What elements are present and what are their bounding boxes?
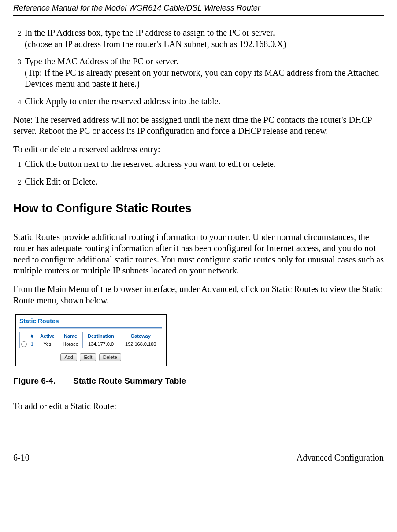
step-a-4: Click Apply to enter the reserved addres…	[25, 96, 384, 107]
header-num: #	[28, 332, 36, 340]
closing-line: To add or edit a Static Route:	[13, 401, 384, 412]
delete-button[interactable]: Delete	[99, 353, 121, 361]
header-gateway: Gateway	[119, 332, 162, 340]
panel-rule	[19, 327, 162, 329]
note-paragraph: Note: The reserved address will not be a…	[13, 115, 384, 137]
section-heading: How to Configure Static Routes	[13, 202, 384, 218]
row-num: 1	[28, 340, 36, 348]
static-routes-table: # Active Name Destination Gateway 1 Yes …	[19, 332, 162, 348]
row-gateway: 192.168.0.100	[119, 340, 162, 348]
figure-caption: Figure 6-4.Static Route Summary Table	[13, 376, 384, 386]
para-static-routes-2: From the Main Menu of the browser interf…	[13, 284, 384, 306]
static-routes-panel: Static Routes # Active Name Destination …	[15, 314, 167, 366]
para-static-routes-1: Static Routes provide additional routing…	[13, 232, 384, 277]
header-destination: Destination	[82, 332, 119, 340]
radio-icon[interactable]	[21, 341, 27, 347]
step-b-2: Click Edit or Delete.	[25, 176, 384, 188]
row-name: Horace	[59, 340, 82, 348]
panel-title: Static Routes	[19, 318, 162, 325]
figure-caption-number: Figure 6-4.	[13, 376, 56, 385]
step-a-3: Type the MAC Address of the PC or server…	[25, 56, 384, 90]
figure-caption-text: Static Route Summary Table	[73, 376, 186, 385]
row-radio-cell[interactable]	[20, 340, 28, 348]
table-row: 1 Yes Horace 134.177.0.0 192.168.0.100	[20, 340, 162, 348]
footer-section: Advanced Configuration	[297, 453, 384, 463]
header-select	[20, 332, 28, 340]
add-button[interactable]: Add	[60, 353, 77, 361]
row-active: Yes	[36, 340, 59, 348]
button-row: Add Edit Delete	[19, 353, 162, 361]
page-footer: 6-10 Advanced Configuration	[13, 450, 384, 463]
steps-list-a: In the IP Address box, type the IP addre…	[13, 27, 384, 107]
running-header: Reference Manual for the Model WGR614 Ca…	[13, 0, 384, 16]
row-destination: 134.177.0.0	[82, 340, 119, 348]
footer-page-number: 6-10	[13, 453, 30, 463]
header-name: Name	[59, 332, 82, 340]
table-header-row: # Active Name Destination Gateway	[20, 332, 162, 340]
edit-button[interactable]: Edit	[80, 353, 96, 361]
step-b-1: Click the button next to the reserved ad…	[25, 159, 384, 170]
step-a-2: In the IP Address box, type the IP addre…	[25, 27, 384, 50]
figure-static-routes: Static Routes # Active Name Destination …	[15, 314, 384, 366]
steps-list-b: Click the button next to the reserved ad…	[13, 159, 384, 187]
header-active: Active	[36, 332, 59, 340]
edit-intro: To edit or delete a reserved address ent…	[13, 144, 384, 155]
